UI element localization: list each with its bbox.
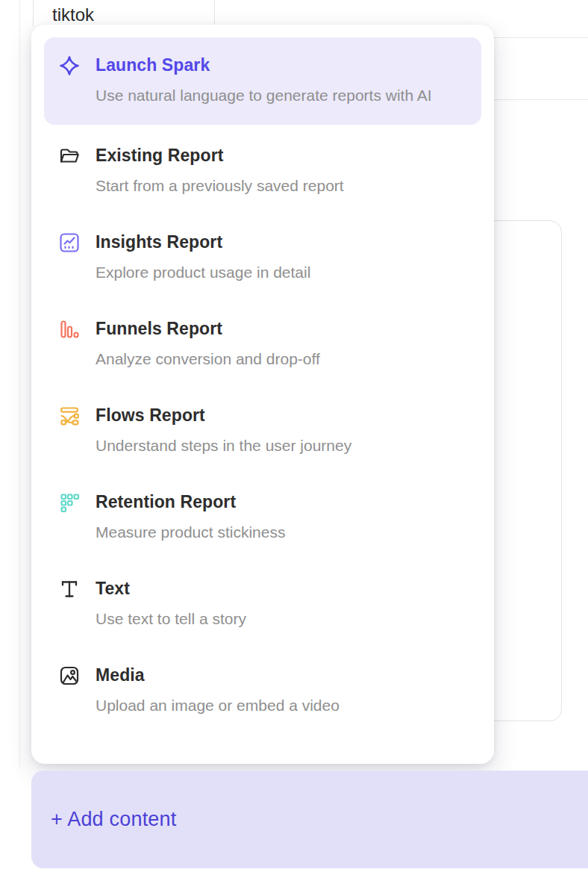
menu-item-description: Use natural language to generate reports… [96,84,455,107]
spark-icon [58,55,81,77]
menu-item-media[interactable]: Media Upload an image or embed a video [44,664,481,717]
menu-item-title: Text [96,577,481,600]
table-cell-text: tiktok [52,4,94,25]
board-editor-screen: tiktok Launch Spark Use natural language… [0,0,588,896]
funnel-bars-icon [58,318,81,340]
menu-item-retention-report[interactable]: Retention Report Measure product stickin… [44,491,481,544]
menu-item-launch-spark[interactable]: Launch Spark Use natural language to gen… [44,37,481,125]
retention-grid-icon [58,491,81,514]
table-column-border [214,0,215,27]
menu-item-title: Retention Report [96,491,481,513]
table-row-border [484,99,588,100]
media-image-icon [58,665,81,687]
menu-item-title: Existing Report [96,144,481,167]
table-column-border [33,0,34,27]
table-row-border [484,37,588,38]
menu-item-description: Start from a previously saved report [96,174,481,197]
flows-icon [58,405,81,427]
menu-item-insights-report[interactable]: Insights Report Explore product usage in… [44,231,481,284]
menu-item-description: Explore product usage in detail [96,261,481,284]
menu-item-description: Understand steps in the user journey [96,434,481,457]
table-column-border [19,0,20,769]
menu-item-title: Media [96,664,481,686]
insights-chart-icon [58,231,81,254]
menu-item-description: Use text to tell a story [96,607,481,630]
add-content-button[interactable]: + Add content [31,771,588,868]
menu-item-title: Insights Report [96,231,481,253]
menu-item-existing-report[interactable]: Existing Report Start from a previously … [44,144,481,197]
add-content-label: + Add content [51,808,177,831]
add-content-menu: Launch Spark Use natural language to gen… [31,25,494,764]
menu-item-description: Measure product stickiness [96,520,481,544]
menu-item-flows-report[interactable]: Flows Report Understand steps in the use… [44,404,481,457]
menu-item-description: Analyze conversion and drop-off [96,347,481,370]
menu-item-text[interactable]: Text Use text to tell a story [44,577,481,630]
folder-open-icon [58,145,81,167]
text-icon [58,578,81,600]
menu-item-funnels-report[interactable]: Funnels Report Analyze conversion and dr… [44,317,481,370]
menu-item-title: Launch Spark [96,54,463,76]
menu-item-title: Funnels Report [96,317,481,340]
menu-item-title: Flows Report [96,404,481,426]
menu-item-description: Upload an image or embed a video [96,694,481,717]
